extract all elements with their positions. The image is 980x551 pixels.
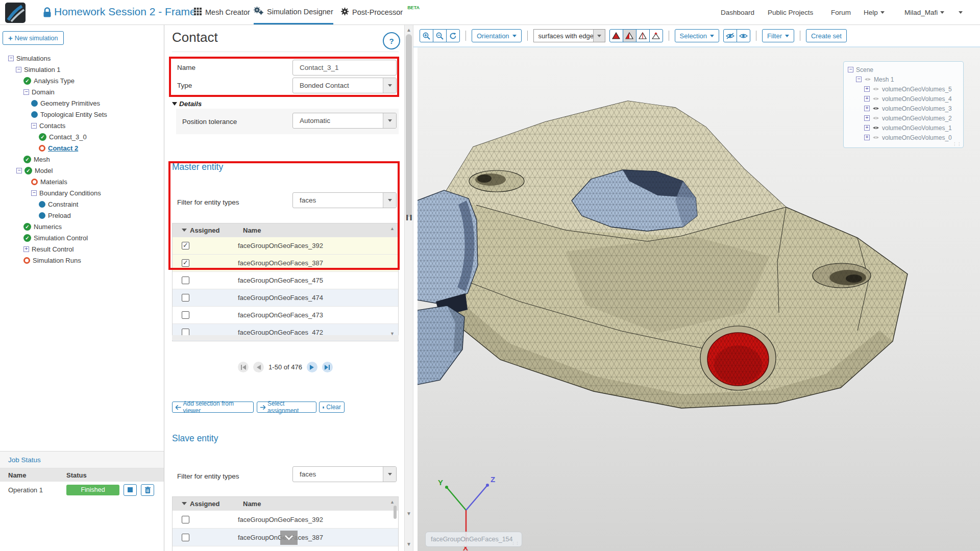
scroll-down-icon[interactable]: ▼: [406, 541, 412, 547]
next-page-button[interactable]: [307, 362, 317, 372]
tree-item-simulations[interactable]: −Simulations: [0, 53, 164, 64]
collapse-icon[interactable]: −: [16, 67, 21, 72]
tree-item-result-control[interactable]: +Result Control: [0, 243, 164, 255]
panel-scrollbar[interactable]: ▲ ▌▌ ▼ ▼: [404, 25, 413, 551]
collapse-icon[interactable]: −: [856, 77, 862, 82]
scrollbar-thumb[interactable]: [406, 34, 412, 217]
nav-help-menu[interactable]: Help: [864, 0, 885, 25]
assigned-checkbox[interactable]: [182, 259, 189, 267]
scene-volumeongeovolumes_1[interactable]: +volumeOnGeoVolumes_1: [844, 123, 963, 133]
assigned-checkbox[interactable]: [182, 294, 189, 302]
master-filter-select[interactable]: faces: [292, 192, 397, 208]
help-button[interactable]: ?: [383, 32, 400, 49]
show-selection-button[interactable]: [737, 29, 750, 42]
user-menu[interactable]: Milad_Mafi: [904, 0, 944, 25]
scene-volumeongeovolumes_5[interactable]: +volumeOnGeoVolumes_5: [844, 84, 963, 94]
first-page-button[interactable]: [238, 362, 249, 372]
scroll-more-indicator[interactable]: [280, 531, 298, 545]
create-set-button[interactable]: Create set: [806, 29, 847, 42]
scene-root[interactable]: −Scene: [844, 65, 963, 74]
orientation-button[interactable]: Orientation: [472, 29, 522, 42]
scroll-up-icon[interactable]: ▲: [390, 226, 401, 231]
tree-item-topological-entity-sets[interactable]: Topological Entity Sets: [0, 109, 164, 120]
view-mode-wireframe-button[interactable]: [636, 29, 650, 42]
contact-type-select[interactable]: Bonded Contact: [292, 78, 397, 93]
expand-icon[interactable]: +: [864, 125, 870, 131]
view-mode-points-button[interactable]: [649, 29, 663, 42]
scroll-down-icon[interactable]: ▼: [406, 511, 412, 516]
expand-icon[interactable]: +: [864, 96, 870, 102]
tree-item-contact-3-0[interactable]: ✓Contact_3_0: [0, 131, 164, 142]
tree-item-numerics[interactable]: ✓Numerics: [0, 221, 164, 232]
contact-name-input[interactable]: Contact_3_1: [292, 60, 397, 76]
table-row[interactable]: faceGroupOnGeoFaces_392: [173, 510, 398, 528]
table-header[interactable]: Assigned Name: [173, 497, 398, 510]
table-row[interactable]: faceGroupOnGeoFaces_475: [173, 271, 398, 289]
select-assignment-button[interactable]: Select assignment: [257, 402, 316, 413]
tree-item-boundary-conditions[interactable]: −Boundary Conditions: [0, 187, 164, 198]
zoom-out-button[interactable]: [433, 29, 447, 42]
tree-item-contacts[interactable]: −Contacts: [0, 120, 164, 131]
visibility-eye-icon[interactable]: [872, 116, 879, 120]
table-scrollbar-thumb[interactable]: [394, 506, 397, 519]
render-mode-select[interactable]: surfaces with edges: [533, 29, 605, 42]
selection-button[interactable]: Selection: [675, 29, 719, 42]
view-mode-solid-button[interactable]: [609, 29, 623, 42]
splitter-handle[interactable]: ▌▌: [406, 215, 414, 220]
table-row[interactable]: faceGroupOnGeoFaces_474: [173, 289, 398, 306]
scene-volumeongeovolumes_0[interactable]: +volumeOnGeoVolumes_0: [844, 133, 963, 142]
collapse-icon[interactable]: −: [31, 123, 37, 129]
table-row[interactable]: faceGroupOnGeoFaces_392: [173, 237, 398, 254]
assigned-checkbox[interactable]: [182, 516, 189, 523]
tree-item-simulation-control[interactable]: ✓Simulation Control: [0, 232, 164, 243]
tree-item-constraint[interactable]: Constraint: [0, 198, 164, 210]
previous-page-button[interactable]: [253, 362, 264, 372]
expand-icon[interactable]: +: [864, 86, 870, 92]
tree-item-simulation-runs[interactable]: Simulation Runs: [0, 255, 164, 266]
tree-item-contact-2[interactable]: Contact 2: [0, 142, 164, 154]
scene-volumeongeovolumes_3[interactable]: +volumeOnGeoVolumes_3: [844, 104, 963, 113]
add-selection-from-viewer-button[interactable]: Add selection from viewer: [172, 402, 254, 413]
hide-selection-button[interactable]: [723, 29, 737, 42]
collapse-icon[interactable]: −: [848, 67, 853, 72]
tree-item-simulation-1[interactable]: −Simulation 1: [0, 64, 164, 75]
nav-dashboard[interactable]: Dashboard: [721, 0, 754, 25]
visibility-eye-icon[interactable]: [872, 135, 879, 140]
nav-public-projects[interactable]: Public Projects: [768, 0, 813, 25]
scene-mesh-1[interactable]: −Mesh 1: [844, 74, 963, 84]
collapse-icon[interactable]: −: [23, 89, 29, 95]
refresh-view-button[interactable]: [446, 29, 460, 42]
expand-icon[interactable]: +: [23, 246, 29, 252]
filter-button[interactable]: Filter: [762, 29, 794, 42]
tab-mesh-creator[interactable]: Mesh Creator: [194, 0, 250, 24]
details-section-toggle[interactable]: Details: [172, 100, 202, 108]
nav-forum[interactable]: Forum: [831, 0, 851, 25]
visibility-eye-icon[interactable]: [872, 106, 879, 111]
clear-button[interactable]: Clear: [319, 402, 345, 413]
viewport-3d[interactable]: Y Z X −Scene−Mesh 1+volumeOnGeoVolumes_5…: [418, 47, 980, 551]
last-page-button[interactable]: [322, 362, 333, 372]
tree-item-materials[interactable]: Materials: [0, 176, 164, 187]
view-mode-surfaces-edges-button[interactable]: [623, 29, 636, 42]
tab-post-processor[interactable]: Post-Processor BETA: [341, 0, 420, 24]
tree-item-preload[interactable]: Preload: [0, 210, 164, 221]
delete-job-button[interactable]: [141, 484, 154, 496]
position-tolerance-select[interactable]: Automatic: [292, 113, 397, 129]
assigned-checkbox[interactable]: [182, 534, 189, 541]
assigned-checkbox[interactable]: [182, 311, 189, 319]
visibility-eye-icon[interactable]: [872, 96, 879, 101]
table-row[interactable]: faceGroupOnGeoFaces_387: [173, 254, 398, 271]
scene-volumeongeovolumes_2[interactable]: +volumeOnGeoVolumes_2: [844, 113, 963, 123]
expand-icon[interactable]: +: [864, 106, 870, 111]
visibility-eye-icon[interactable]: [864, 77, 871, 82]
visibility-eye-icon[interactable]: [872, 87, 879, 91]
scene-volumeongeovolumes_4[interactable]: +volumeOnGeoVolumes_4: [844, 94, 963, 104]
expand-icon[interactable]: +: [864, 135, 870, 140]
tree-item-model[interactable]: −✓Model: [0, 165, 164, 176]
collapse-icon[interactable]: −: [8, 56, 14, 61]
scroll-up-icon[interactable]: ▲: [406, 27, 412, 33]
tree-item-geometry-primitives[interactable]: Geometry Primitives: [0, 97, 164, 109]
visibility-eye-icon[interactable]: [872, 126, 879, 130]
tree-item-analysis-type[interactable]: ✓Analysis Type: [0, 75, 164, 86]
simscale-logo[interactable]: [5, 3, 26, 23]
